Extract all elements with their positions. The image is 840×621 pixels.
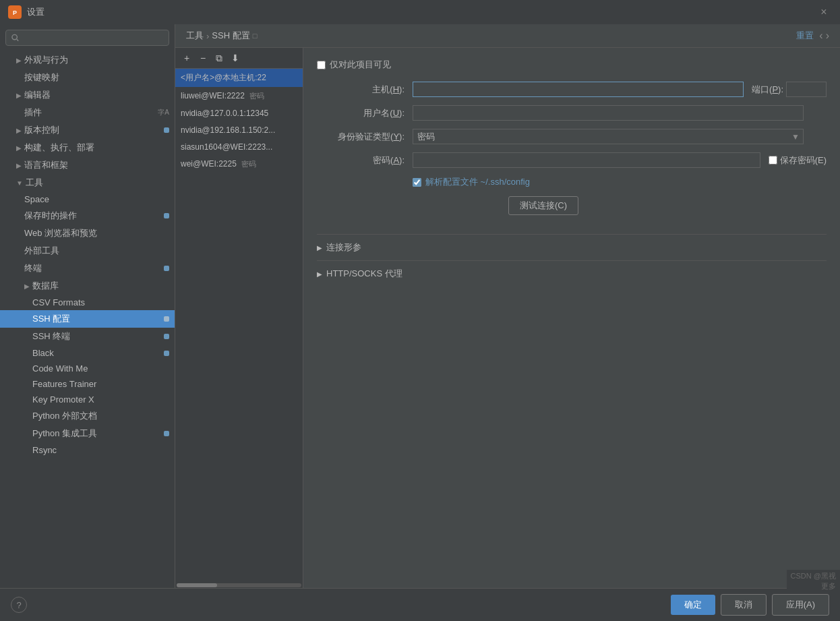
connection-params-header[interactable]: ▶ 连接形参	[317, 235, 827, 260]
username-label: 用户名(U):	[317, 107, 404, 119]
search-box[interactable]	[5, 30, 169, 46]
sidebar-item-build[interactable]: ▶ 构建、执行、部署	[0, 139, 175, 156]
ssh-entry-name-2: nvidia@127.0.0.1:12345	[181, 109, 268, 118]
sidebar-item-external-tools[interactable]: 外部工具	[0, 242, 175, 260]
host-row: 主机(H): 端口(P): 22	[317, 82, 827, 97]
ssh-scrollbar-track	[177, 583, 301, 587]
port-label: 端口(P):	[752, 84, 783, 96]
close-button[interactable]: ×	[816, 4, 832, 20]
nav-back-button[interactable]: ‹	[819, 30, 822, 42]
password-row: 密码(A): 保存密码(E)	[317, 152, 827, 168]
nav-forward-button[interactable]: ›	[826, 30, 829, 42]
sidebar-item-ssh-terminal[interactable]: SSH 终端	[0, 328, 175, 345]
cancel-button[interactable]: 取消	[721, 594, 767, 616]
ssh-entry-4[interactable]: siasun1604@WEI:2223...	[175, 139, 303, 156]
test-connection-button[interactable]: 测试连接(C)	[508, 196, 578, 215]
sidebar-item-keymap[interactable]: 按键映射	[0, 69, 175, 86]
save-password-label: 保存密码(E)	[780, 154, 827, 167]
sidebar-item-python-docs[interactable]: Python 外部文档	[0, 407, 175, 425]
port-input[interactable]: 22	[786, 82, 827, 97]
copy-ssh-button[interactable]: ⧉	[212, 51, 227, 65]
ssh-entry-tag-1: 密码	[249, 92, 264, 100]
breadcrumb-current: SSH 配置	[212, 30, 249, 42]
search-input[interactable]	[22, 33, 163, 42]
remove-ssh-button[interactable]: −	[196, 51, 210, 65]
python-integrated-badge	[164, 431, 169, 436]
help-button[interactable]: ?	[11, 597, 27, 613]
ssh-entry-0[interactable]: <用户名>@本地主机:22	[175, 69, 303, 88]
auth-type-wrapper: 密码 密钥对 OpenSSH 配置和认证代理 ▼	[413, 129, 804, 144]
save-actions-badge	[164, 213, 169, 218]
save-password-checkbox[interactable]	[769, 156, 777, 165]
sidebar-item-terminal[interactable]: 终端	[0, 260, 175, 277]
breadcrumb-bar: 工具 › SSH 配置 □ 重置 ‹ ›	[175, 24, 840, 48]
nav-arrows: ‹ ›	[819, 30, 829, 42]
terminal-badge	[164, 266, 169, 271]
sidebar-item-browser[interactable]: Web 浏览器和预览	[0, 225, 175, 242]
sidebar-item-database[interactable]: ▶ 数据库	[0, 277, 175, 295]
password-input[interactable]	[413, 152, 760, 168]
confirm-button[interactable]: 确定	[671, 595, 715, 615]
add-ssh-button[interactable]: +	[179, 51, 194, 65]
http-socks-header[interactable]: ▶ HTTP/SOCKS 代理	[317, 261, 827, 287]
sidebar-item-rsync[interactable]: Rsync	[0, 442, 175, 458]
sidebar: ▶ 外观与行为 按键映射 ▶ 编辑器 插件 字A ▶ 版本控制	[0, 24, 175, 588]
auth-type-label: 身份验证类型(Y):	[317, 131, 404, 143]
reset-button[interactable]: 重置	[796, 30, 814, 42]
connection-params-arrow: ▶	[317, 244, 322, 252]
auth-type-row: 身份验证类型(Y): 密码 密钥对 OpenSSH 配置和认证代理 ▼	[317, 129, 827, 144]
ssh-list: <用户名>@本地主机:22 liuwei@WEI:2222 密码 nvidia@…	[175, 69, 303, 583]
arrow-icon-3: ▶	[16, 127, 22, 134]
auth-type-select[interactable]: 密码 密钥对 OpenSSH 配置和认证代理	[413, 129, 804, 144]
only-project-row: 仅对此项目可见	[317, 59, 827, 71]
ssh-entry-1[interactable]: liuwei@WEI:2222 密码	[175, 88, 303, 105]
ssh-terminal-badge	[164, 334, 169, 339]
sidebar-item-features-trainer[interactable]: Features Trainer	[0, 376, 175, 392]
sidebar-item-vcs[interactable]: ▶ 版本控制	[0, 121, 175, 139]
parse-config-label: 解析配置文件 ~/.ssh/config	[425, 176, 530, 188]
sidebar-item-plugins[interactable]: 插件 字A	[0, 104, 175, 121]
breadcrumb-parent: 工具	[186, 30, 204, 42]
app-icon: P	[8, 5, 22, 19]
arrow-icon-2: ▶	[16, 92, 22, 99]
sidebar-item-csv-formats[interactable]: CSV Formats	[0, 295, 175, 310]
watermark-line2: 更多	[791, 581, 836, 591]
sidebar-item-editor[interactable]: ▶ 编辑器	[0, 86, 175, 104]
connection-params-label: 连接形参	[326, 241, 361, 254]
http-socks-section: ▶ HTTP/SOCKS 代理	[317, 260, 827, 287]
sidebar-item-save-actions[interactable]: 保存时的操作	[0, 207, 175, 225]
svg-point-2	[12, 34, 17, 39]
parse-config-row: 解析配置文件 ~/.ssh/config	[317, 176, 827, 188]
only-project-checkbox[interactable]	[317, 61, 326, 69]
sidebar-item-black[interactable]: Black	[0, 345, 175, 361]
sidebar-item-ssh-config[interactable]: SSH 配置	[0, 310, 175, 328]
sidebar-item-python-integrated[interactable]: Python 集成工具	[0, 425, 175, 442]
sidebar-item-key-promoter[interactable]: Key Promoter X	[0, 392, 175, 407]
ssh-entry-tag-5: 密码	[241, 160, 256, 168]
breadcrumb-separator: ›	[206, 31, 209, 41]
username-input[interactable]	[413, 105, 804, 121]
two-panel: + − ⧉ ⬇ <用户名>@本地主机:22 liuwei@WEI:2222 密码	[175, 48, 840, 588]
sidebar-item-tools[interactable]: ▼ 工具	[0, 174, 175, 191]
ssh-entry-name-0: <用户名>@本地主机:22	[181, 73, 266, 82]
watermark: CSDN @黑视 更多	[787, 570, 840, 593]
sidebar-item-space[interactable]: Space	[0, 191, 175, 207]
sidebar-item-appearance[interactable]: ▶ 外观与行为	[0, 51, 175, 69]
sidebar-item-code-with-me[interactable]: Code With Me	[0, 361, 175, 376]
ssh-scrollbar-thumb[interactable]	[177, 583, 217, 587]
apply-button[interactable]: 应用(A)	[772, 594, 829, 616]
ssh-entry-5[interactable]: wei@WEI:2225 密码	[175, 156, 303, 173]
import-ssh-button[interactable]: ⬇	[228, 51, 243, 65]
ssh-entry-3[interactable]: nvidia@192.168.1.150:2...	[175, 122, 303, 139]
host-input[interactable]	[413, 82, 744, 97]
arrow-icon-4: ▶	[16, 144, 22, 152]
ssh-scrollbar[interactable]	[175, 583, 303, 588]
sidebar-item-languages[interactable]: ▶ 语言和框架	[0, 156, 175, 174]
ssh-config-badge	[164, 316, 169, 322]
plugins-badge: 字A	[158, 108, 169, 117]
watermark-line1: CSDN @黑视	[791, 571, 836, 581]
parse-config-checkbox[interactable]	[413, 178, 421, 187]
ssh-entry-2[interactable]: nvidia@127.0.0.1:12345	[175, 105, 303, 122]
http-socks-arrow: ▶	[317, 270, 322, 278]
mod-indicator: □	[253, 32, 258, 40]
